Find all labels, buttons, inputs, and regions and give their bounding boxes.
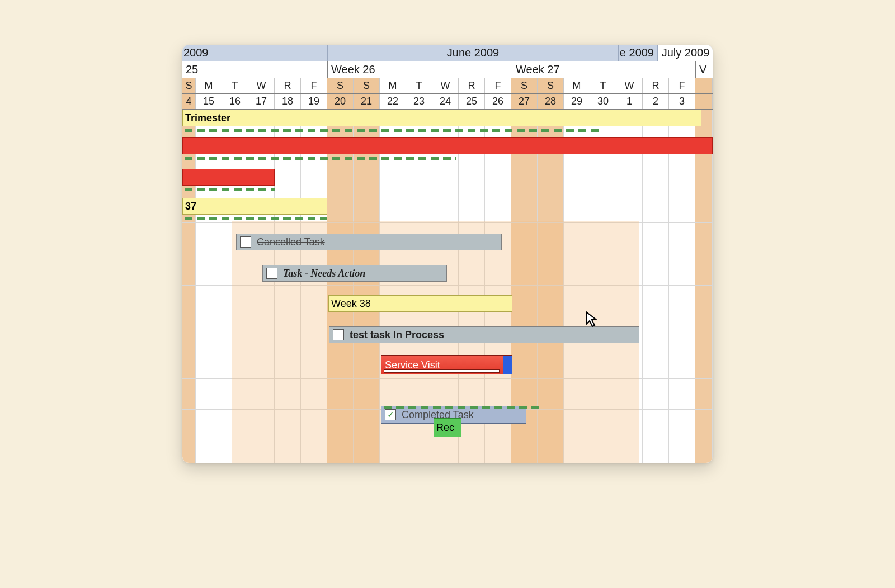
task-bar-week38[interactable]: Week 38 (328, 295, 512, 312)
resize-handle[interactable] (503, 356, 512, 374)
day-number-cell[interactable]: 29 (564, 94, 590, 109)
day-letter-cell[interactable]: M (564, 78, 590, 93)
header-day-numbers: 415161718192021222324252627282930123 (182, 94, 713, 110)
progress-bar (384, 369, 500, 373)
day-letter-cell[interactable]: F (669, 78, 695, 93)
day-number-cell[interactable]: 21 (354, 94, 380, 109)
day-number-cell[interactable]: 23 (406, 94, 432, 109)
task-label: test task In Process (350, 329, 444, 341)
day-number-cell[interactable]: 1 (616, 94, 643, 109)
week-cell[interactable]: Week 26 (328, 61, 512, 78)
task-bar-needs-action[interactable]: Task - Needs Action (262, 265, 447, 282)
task-bar-trimester[interactable]: Trimester (182, 110, 701, 126)
day-number-cell[interactable]: 17 (248, 94, 275, 109)
header-weeks: 25 Week 26 Week 27 V (182, 61, 713, 78)
day-number-cell[interactable]: 16 (222, 94, 248, 109)
header-months: 2009 June 2009 June 2009 July 2009 (182, 45, 713, 61)
progress-marker (185, 217, 327, 220)
task-bar-37[interactable]: 37 (182, 198, 327, 215)
day-letter-cell[interactable]: F (301, 78, 327, 93)
week-cell[interactable]: Week 27 (512, 61, 696, 78)
day-letter-cell[interactable]: S (511, 78, 538, 93)
progress-marker (185, 157, 456, 160)
checkbox-icon[interactable] (266, 268, 277, 279)
week-cell[interactable]: V (696, 61, 713, 78)
day-letter-cell[interactable]: S (182, 78, 196, 93)
day-number-cell[interactable]: 25 (459, 94, 485, 109)
checkbox-icon[interactable] (240, 236, 251, 248)
month-cell[interactable]: 2009 (182, 45, 328, 61)
day-number-cell[interactable]: 27 (511, 94, 538, 109)
progress-marker (384, 406, 540, 409)
day-letter-cell[interactable]: M (196, 78, 222, 93)
day-number-cell[interactable]: 30 (590, 94, 616, 109)
day-letter-cell[interactable]: R (459, 78, 485, 93)
day-letter-cell[interactable]: S (327, 78, 354, 93)
day-number-cell[interactable]: 24 (432, 94, 459, 109)
gantt-panel: 2009 June 2009 June 2009 July 2009 25 We… (182, 45, 713, 463)
week-cell[interactable]: 25 (182, 61, 328, 78)
header-day-letters: SMTWRFSSMTWRFSSMTWRF (182, 78, 713, 94)
day-letter-cell[interactable]: W (616, 78, 643, 93)
month-cell[interactable]: June 2009 (328, 45, 619, 61)
month-cell[interactable]: July 2009 (658, 45, 713, 61)
day-letter-cell[interactable]: M (380, 78, 406, 93)
checkbox-checked-icon[interactable]: ✓ (385, 409, 396, 420)
task-bar-phase-red[interactable] (182, 137, 713, 154)
task-bar-red-short[interactable] (182, 169, 275, 186)
day-number-cell[interactable]: 22 (380, 94, 406, 109)
day-number-cell[interactable] (695, 94, 713, 109)
task-label: Cancelled Task (257, 236, 325, 248)
day-letter-cell[interactable]: T (222, 78, 248, 93)
task-bar-in-process[interactable]: test task In Process (329, 326, 639, 343)
day-number-cell[interactable]: 2 (643, 94, 669, 109)
progress-marker (185, 188, 275, 191)
day-number-cell[interactable]: 15 (196, 94, 222, 109)
day-letter-cell[interactable]: F (485, 78, 511, 93)
day-letter-cell[interactable] (695, 78, 713, 93)
day-number-cell[interactable]: 28 (538, 94, 564, 109)
day-letter-cell[interactable]: R (643, 78, 669, 93)
day-number-cell[interactable]: 26 (485, 94, 511, 109)
task-bar-cancelled[interactable]: Cancelled Task (236, 234, 502, 250)
day-number-cell[interactable]: 4 (182, 94, 196, 109)
task-label: Week 38 (331, 298, 371, 310)
day-letter-cell[interactable]: S (354, 78, 380, 93)
day-letter-cell[interactable]: R (275, 78, 301, 93)
day-letter-cell[interactable]: T (406, 78, 432, 93)
task-bar-rec[interactable]: Rec (434, 418, 461, 437)
day-letter-cell[interactable]: W (248, 78, 275, 93)
progress-marker (185, 129, 601, 132)
day-letter-cell[interactable]: W (432, 78, 459, 93)
day-letter-cell[interactable]: S (538, 78, 564, 93)
day-number-cell[interactable]: 3 (669, 94, 695, 109)
gantt-body[interactable]: Trimester 37 Cancelled Task Task - Needs… (182, 110, 713, 463)
day-number-cell[interactable]: 19 (301, 94, 327, 109)
task-bar-service-visit[interactable]: Service Visit (381, 355, 512, 374)
task-label: Task - Needs Action (283, 268, 365, 279)
checkbox-icon[interactable] (333, 329, 344, 340)
month-cell[interactable]: June 2009 (619, 45, 658, 61)
task-label: 37 (185, 201, 196, 212)
day-letter-cell[interactable]: T (590, 78, 616, 93)
day-number-cell[interactable]: 18 (275, 94, 301, 109)
task-label: Trimester (185, 112, 230, 124)
day-number-cell[interactable]: 20 (327, 94, 354, 109)
task-label: Rec (436, 422, 454, 434)
